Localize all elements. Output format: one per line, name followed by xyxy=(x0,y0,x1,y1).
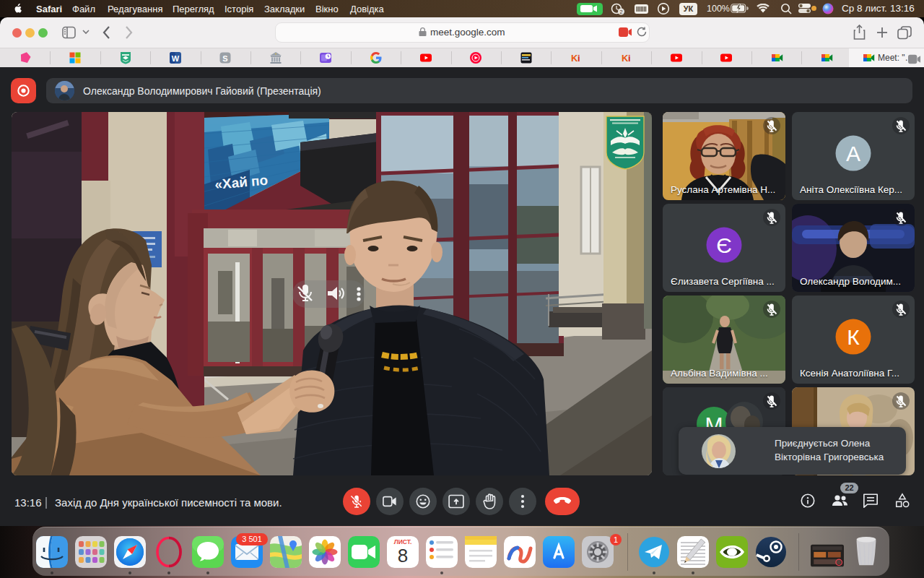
svg-text:8: 8 xyxy=(398,545,408,566)
svg-text:W: W xyxy=(172,54,180,63)
svg-text:i: i xyxy=(628,53,631,64)
svg-text:2: 2 xyxy=(619,9,623,15)
svg-text:S: S xyxy=(222,54,227,63)
svg-text:i: i xyxy=(578,53,580,64)
